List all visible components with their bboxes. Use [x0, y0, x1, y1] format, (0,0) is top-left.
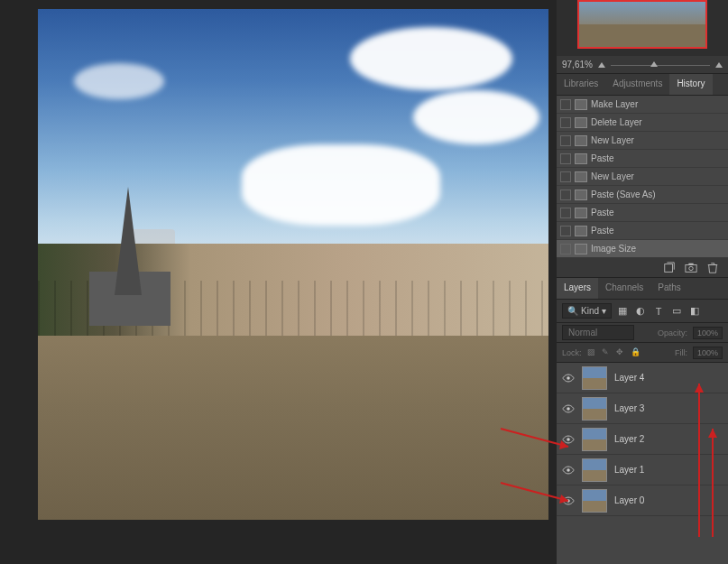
history-state-icon	[575, 153, 587, 164]
lock-position-icon[interactable]: ✥	[616, 347, 627, 358]
zoom-in-icon[interactable]	[715, 62, 723, 68]
history-item[interactable]: Paste (Save As)	[557, 186, 728, 204]
trash-icon[interactable]	[706, 262, 719, 274]
opacity-label: Opacity:	[658, 328, 687, 337]
canvas-image	[38, 9, 548, 520]
history-state-icon	[575, 171, 587, 182]
filter-shape-icon[interactable]: ▭	[669, 304, 684, 319]
panel-tabs-history: Libraries Adjustments History	[557, 74, 728, 96]
lock-all-icon[interactable]: 🔒	[631, 347, 641, 358]
history-item[interactable]: Delete Layer	[557, 114, 728, 132]
layer-thumbnail	[582, 458, 607, 482]
filter-adjustment-icon[interactable]: ◐	[633, 304, 648, 319]
search-icon: 🔍	[567, 306, 578, 316]
layer-filter-bar: 🔍 Kind ▾ ▦ ◐ T ▭ ◧	[557, 300, 728, 323]
history-state-icon	[575, 117, 587, 128]
zoom-bar: 97,61%	[557, 56, 728, 74]
layer-item[interactable]: Layer 3	[557, 393, 728, 424]
visibility-eye-icon[interactable]	[562, 402, 575, 415]
opacity-value[interactable]: 100%	[693, 327, 723, 339]
visibility-eye-icon[interactable]	[562, 464, 575, 476]
zoom-slider[interactable]	[611, 59, 710, 71]
tab-layers[interactable]: Layers	[557, 278, 598, 299]
layer-item[interactable]: Layer 4	[557, 363, 728, 393]
history-state-icon	[575, 226, 587, 236]
zoom-out-icon[interactable]	[598, 62, 605, 68]
panel-tabs-layers: Layers Channels Paths	[557, 278, 728, 300]
layer-item[interactable]: Layer 1	[557, 455, 728, 485]
svg-point-5	[567, 407, 570, 411]
svg-rect-0	[665, 264, 673, 272]
visibility-eye-icon[interactable]	[562, 433, 575, 446]
lock-transparency-icon[interactable]: ▨	[587, 347, 598, 358]
layers-list: Layer 4 Layer 3 Layer 2 Layer 1 Layer 0	[557, 363, 728, 564]
filter-kind-dropdown[interactable]: 🔍 Kind ▾	[562, 303, 612, 319]
tab-adjustments[interactable]: Adjustments	[605, 74, 669, 95]
history-item[interactable]: Make Layer	[557, 96, 728, 114]
svg-point-6	[567, 438, 570, 441]
svg-point-2	[689, 266, 693, 270]
layer-thumbnail	[582, 366, 607, 390]
tab-paths[interactable]: Paths	[650, 278, 688, 299]
filter-type-icon[interactable]: T	[651, 304, 666, 319]
history-footer	[557, 258, 728, 278]
document-canvas[interactable]	[38, 9, 548, 520]
zoom-value[interactable]: 97,61%	[562, 60, 593, 69]
zoom-slider-thumb[interactable]	[650, 61, 658, 67]
visibility-eye-icon[interactable]	[562, 372, 575, 384]
blend-mode-dropdown[interactable]: Normal	[562, 325, 634, 340]
navigator-panel	[557, 0, 728, 56]
layer-thumbnail	[582, 489, 607, 513]
history-state-icon	[575, 135, 587, 146]
history-item[interactable]: New Layer	[557, 132, 728, 150]
navigator-thumbnail[interactable]	[577, 0, 707, 49]
tab-channels[interactable]: Channels	[598, 278, 650, 299]
history-state-icon	[575, 208, 587, 218]
svg-rect-1	[686, 264, 696, 272]
history-item[interactable]: Image Size	[557, 240, 728, 258]
lock-brush-icon[interactable]: ✎	[602, 347, 613, 358]
filter-smart-icon[interactable]: ◧	[687, 304, 702, 319]
svg-point-4	[567, 376, 570, 380]
history-item[interactable]: Paste	[557, 222, 728, 240]
fill-label: Fill:	[675, 348, 687, 357]
tab-libraries[interactable]: Libraries	[557, 74, 605, 95]
svg-point-8	[567, 499, 570, 503]
layer-thumbnail	[582, 397, 607, 421]
history-item[interactable]: Paste	[557, 150, 728, 168]
create-document-icon[interactable]	[663, 262, 676, 274]
history-item[interactable]: Paste	[557, 204, 728, 222]
history-list: Make Layer Delete Layer New Layer Paste …	[557, 96, 728, 258]
lock-row: Lock: ▨ ✎ ✥ 🔒 Fill: 100%	[557, 343, 728, 363]
fill-value[interactable]: 100%	[693, 347, 723, 359]
visibility-eye-icon[interactable]	[562, 495, 575, 507]
filter-pixel-icon[interactable]: ▦	[615, 304, 630, 319]
history-state-icon	[575, 99, 587, 110]
blend-row: Normal Opacity: 100%	[557, 323, 728, 343]
svg-point-7	[567, 468, 570, 472]
history-state-icon	[575, 190, 587, 200]
layer-thumbnail	[582, 428, 607, 451]
history-state-icon	[575, 244, 587, 254]
lock-label: Lock:	[562, 348, 582, 357]
svg-rect-3	[688, 263, 693, 264]
snapshot-icon[interactable]	[685, 262, 697, 274]
layer-item[interactable]: Layer 2	[557, 424, 728, 455]
tab-history[interactable]: History	[669, 74, 712, 95]
history-item[interactable]: New Layer	[557, 168, 728, 186]
chevron-down-icon: ▾	[602, 306, 606, 316]
layer-item[interactable]: Layer 0	[557, 485, 728, 516]
